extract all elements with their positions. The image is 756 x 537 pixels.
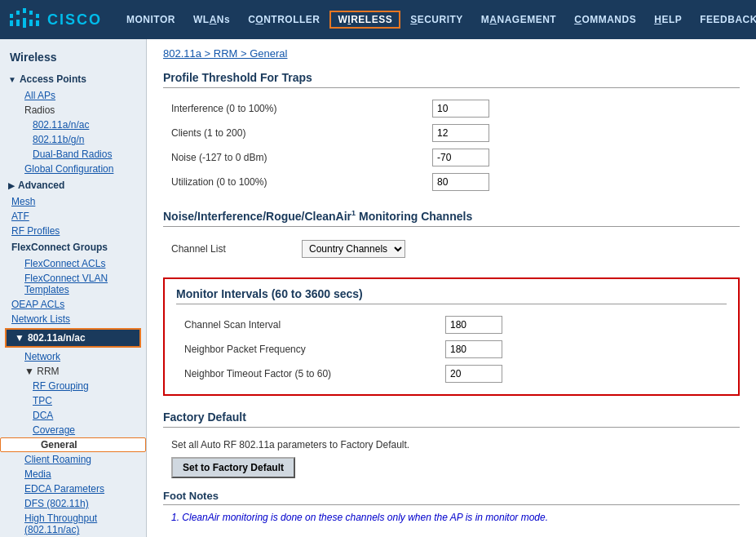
sidebar-item-80211a-radios[interactable]: 802.11a/n/ac: [0, 118, 146, 132]
sidebar-item-rf-grouping[interactable]: RF Grouping: [0, 379, 146, 393]
interference-input[interactable]: [432, 100, 489, 118]
neighbor-timeout-row: Neighbor Timeout Factor (5 to 60): [176, 362, 727, 386]
sidebar-item-edca-parameters[interactable]: EDCA Parameters: [0, 482, 146, 496]
sidebar-item-rrm[interactable]: ▼ RRM: [0, 364, 146, 379]
sidebar-item-dca[interactable]: DCA: [0, 408, 146, 423]
footnotes-section: Foot Notes 1. CleanAir monitoring is don…: [163, 490, 740, 525]
clients-label: Clients (1 to 200): [171, 127, 432, 139]
factory-default-text: Set all Auto RF 802.11a parameters to Fa…: [163, 436, 740, 457]
interference-row: Interference (0 to 100%): [163, 96, 740, 121]
nav-item-management[interactable]: MANAGEMENT: [473, 11, 564, 29]
neighbor-packet-input[interactable]: [445, 340, 502, 358]
channel-list-row: Channel List Country Channels All Channe…: [163, 235, 740, 263]
utilization-row: Utilization (0 to 100%): [163, 170, 740, 194]
sidebar-item-access-points[interactable]: ▼ Access Points: [0, 70, 146, 88]
sidebar-item-media[interactable]: Media: [0, 467, 146, 482]
nav-item-commands[interactable]: COMMANDS: [566, 11, 644, 29]
sidebar-item-mesh[interactable]: Mesh: [0, 194, 146, 209]
footnotes-header: Foot Notes: [163, 490, 740, 505]
neighbor-packet-row: Neighbor Packet Frequency: [176, 337, 727, 362]
breadcrumb[interactable]: 802.11a > RRM > General: [163, 47, 740, 60]
monitor-intervals-section: Monitor Intervals (60 to 3600 secs) Chan…: [163, 277, 740, 396]
monitor-intervals-header: Monitor Intervals (60 to 3600 secs): [176, 287, 727, 304]
factory-default-header: Factory Default: [163, 411, 740, 428]
sidebar-item-dfs[interactable]: DFS (802.11h): [0, 496, 146, 511]
footnote-1-text: 1. CleanAir monitoring is done on these …: [163, 510, 740, 525]
nav-item-monitor[interactable]: MONITOR: [118, 11, 183, 29]
neighbor-timeout-label: Neighbor Timeout Factor (5 to 60): [184, 368, 445, 379]
sidebar-item-tpc[interactable]: TPC: [0, 393, 146, 408]
noise-label: Noise (-127 to 0 dBm): [171, 152, 432, 163]
nav-item-wireless[interactable]: WIRELESS: [329, 11, 400, 29]
channel-scan-label: Channel Scan Interval: [184, 319, 445, 331]
rrm-arrow-icon: ▼: [24, 366, 37, 377]
nav-item-controller[interactable]: CONTROLLER: [240, 11, 328, 29]
main-content: 802.11a > RRM > General Profile Threshol…: [147, 39, 756, 537]
channel-scan-input[interactable]: [445, 316, 502, 334]
svg-rect-0: [23, 8, 26, 13]
nav-item-wlans[interactable]: WLANs: [185, 11, 238, 29]
sidebar-item-client-roaming[interactable]: Client Roaming: [0, 452, 146, 467]
profile-threshold-header: Profile Threshold For Traps: [163, 71, 740, 88]
sidebar-item-flexconnect-vlan[interactable]: FlexConnect VLAN Templates: [0, 271, 146, 297]
factory-default-section: Factory Default Set all Auto RF 802.11a …: [163, 411, 740, 478]
channel-scan-row: Channel Scan Interval: [176, 313, 727, 337]
noise-input[interactable]: [432, 149, 489, 166]
sidebar-item-rf-profiles[interactable]: RF Profiles: [0, 224, 146, 238]
sidebar-item-advanced[interactable]: ▶ Advanced: [0, 176, 146, 194]
noise-monitoring-header: Noise/Interference/Rogue/CleanAir1 Monit…: [163, 209, 740, 227]
sidebar-item-atf[interactable]: ATF: [0, 209, 146, 224]
svg-rect-2: [29, 11, 33, 15]
sidebar-item-general[interactable]: General: [0, 437, 146, 452]
sidebar-item-network[interactable]: Network: [0, 349, 146, 364]
nav-item-security[interactable]: SECURITY: [402, 11, 471, 29]
neighbor-timeout-input[interactable]: [445, 365, 502, 383]
neighbor-packet-label: Neighbor Packet Frequency: [184, 344, 445, 355]
sidebar-item-80211b-radios[interactable]: 802.11b/g/n: [0, 132, 146, 147]
sidebar-title: Wireless: [0, 46, 146, 70]
channel-list-select[interactable]: Country Channels All Channels: [302, 240, 405, 258]
svg-rect-1: [16, 11, 20, 15]
nav-item-help[interactable]: HELP: [646, 11, 690, 29]
utilization-label: Utilization (0 to 100%): [171, 176, 432, 188]
sidebar-item-oeap-acls[interactable]: OEAP ACLs: [0, 297, 146, 312]
sidebar-item-flexconnect-acls[interactable]: FlexConnect ACLs: [0, 256, 146, 271]
sidebar-item-network-lists[interactable]: Network Lists: [0, 312, 146, 326]
svg-rect-5: [23, 18, 26, 28]
nav-item-feedback[interactable]: FEEDBACK: [692, 11, 756, 29]
clients-input[interactable]: [432, 124, 489, 142]
sidebar: Wireless ▼ Access Points All APs Radios …: [0, 39, 147, 537]
svg-rect-3: [10, 14, 13, 18]
sidebar-item-global-config[interactable]: Global Configuration: [0, 162, 146, 176]
group-arrow-icon: ▼: [15, 332, 24, 344]
utilization-input[interactable]: [432, 173, 489, 191]
sidebar-item-all-aps[interactable]: All APs: [0, 88, 146, 103]
svg-rect-4: [36, 14, 39, 18]
svg-rect-9: [36, 20, 39, 26]
set-factory-default-button[interactable]: Set to Factory Default: [171, 457, 295, 478]
cisco-logo-text: CISCO: [47, 11, 102, 29]
sidebar-item-radios[interactable]: Radios: [0, 103, 146, 118]
sidebar-group-80211a[interactable]: ▼ 802.11a/n/ac: [5, 328, 141, 348]
interference-label: Interference (0 to 100%): [171, 103, 432, 114]
expand-arrow-icon: ▼: [8, 75, 16, 84]
nav-menu: MONITOR WLANs CONTROLLER WIRELESS SECURI…: [118, 11, 756, 29]
sidebar-item-coverage[interactable]: Coverage: [0, 423, 146, 437]
svg-rect-7: [29, 20, 33, 26]
noise-monitoring-section: Noise/Interference/Rogue/CleanAir1 Monit…: [163, 209, 740, 263]
noise-row: Noise (-127 to 0 dBm): [163, 145, 740, 170]
expand-arrow-advanced-icon: ▶: [8, 181, 15, 190]
logo-area: CISCO: [8, 7, 102, 33]
page-container: Wireless ▼ Access Points All APs Radios …: [0, 39, 756, 537]
top-navigation: CISCO MONITOR WLANs CONTROLLER WIRELESS …: [0, 0, 756, 39]
svg-rect-8: [10, 20, 13, 26]
channel-list-label: Channel List: [171, 243, 294, 255]
profile-threshold-section: Profile Threshold For Traps Interference…: [163, 71, 740, 194]
sidebar-item-high-throughput[interactable]: High Throughput (802.11n/ac): [0, 511, 146, 537]
clients-row: Clients (1 to 200): [163, 121, 740, 145]
cisco-logo-icon: [8, 7, 41, 33]
sidebar-item-flexconnect-groups[interactable]: FlexConnect Groups: [0, 238, 146, 256]
svg-rect-6: [16, 20, 20, 26]
sidebar-item-dualband-radios[interactable]: Dual-Band Radios: [0, 147, 146, 162]
